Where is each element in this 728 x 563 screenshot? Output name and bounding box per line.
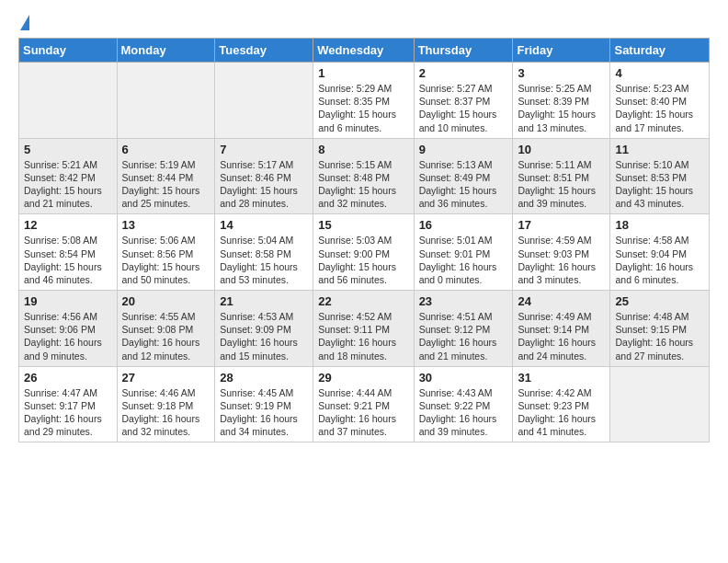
day-number: 14 bbox=[220, 218, 308, 232]
day-info: Sunrise: 5:11 AM Sunset: 8:51 PM Dayligh… bbox=[518, 158, 605, 211]
calendar-week-row: 19Sunrise: 4:56 AM Sunset: 9:06 PM Dayli… bbox=[19, 291, 710, 367]
day-info: Sunrise: 4:47 AM Sunset: 9:17 PM Dayligh… bbox=[24, 386, 112, 439]
day-info: Sunrise: 5:21 AM Sunset: 8:42 PM Dayligh… bbox=[24, 158, 112, 211]
calendar-cell: 21Sunrise: 4:53 AM Sunset: 9:09 PM Dayli… bbox=[215, 291, 313, 367]
day-number: 26 bbox=[24, 371, 112, 385]
day-number: 15 bbox=[318, 218, 408, 232]
calendar-cell: 3Sunrise: 5:25 AM Sunset: 8:39 PM Daylig… bbox=[513, 63, 610, 139]
day-number: 28 bbox=[220, 371, 308, 385]
day-info: Sunrise: 5:01 AM Sunset: 9:01 PM Dayligh… bbox=[419, 234, 508, 286]
calendar-header-sunday: Sunday bbox=[19, 39, 118, 63]
day-info: Sunrise: 5:29 AM Sunset: 8:35 PM Dayligh… bbox=[318, 82, 408, 134]
calendar-cell bbox=[19, 63, 118, 139]
day-info: Sunrise: 5:03 AM Sunset: 9:00 PM Dayligh… bbox=[318, 234, 408, 286]
day-info: Sunrise: 5:08 AM Sunset: 8:54 PM Dayligh… bbox=[24, 234, 112, 286]
calendar-cell: 12Sunrise: 5:08 AM Sunset: 8:54 PM Dayli… bbox=[19, 214, 118, 291]
logo bbox=[18, 15, 29, 30]
calendar-cell: 30Sunrise: 4:43 AM Sunset: 9:22 PM Dayli… bbox=[414, 366, 513, 442]
calendar-cell: 7Sunrise: 5:17 AM Sunset: 8:46 PM Daylig… bbox=[215, 138, 313, 214]
day-number: 4 bbox=[615, 66, 704, 80]
day-info: Sunrise: 5:19 AM Sunset: 8:44 PM Dayligh… bbox=[122, 158, 210, 211]
day-number: 21 bbox=[220, 294, 308, 308]
day-info: Sunrise: 5:06 AM Sunset: 8:56 PM Dayligh… bbox=[122, 234, 210, 286]
calendar-cell: 20Sunrise: 4:55 AM Sunset: 9:08 PM Dayli… bbox=[117, 291, 215, 367]
calendar-cell: 24Sunrise: 4:49 AM Sunset: 9:14 PM Dayli… bbox=[513, 291, 610, 367]
calendar-table: SundayMondayTuesdayWednesdayThursdayFrid… bbox=[18, 38, 710, 442]
calendar-cell: 6Sunrise: 5:19 AM Sunset: 8:44 PM Daylig… bbox=[117, 138, 215, 214]
day-info: Sunrise: 4:58 AM Sunset: 9:04 PM Dayligh… bbox=[615, 234, 704, 286]
calendar-cell: 11Sunrise: 5:10 AM Sunset: 8:53 PM Dayli… bbox=[610, 138, 710, 214]
day-number: 8 bbox=[318, 143, 408, 156]
day-info: Sunrise: 4:59 AM Sunset: 9:03 PM Dayligh… bbox=[518, 234, 605, 286]
calendar-cell: 28Sunrise: 4:45 AM Sunset: 9:19 PM Dayli… bbox=[215, 366, 313, 442]
calendar-cell bbox=[610, 366, 710, 442]
calendar-cell: 14Sunrise: 5:04 AM Sunset: 8:58 PM Dayli… bbox=[215, 214, 313, 291]
calendar-cell: 26Sunrise: 4:47 AM Sunset: 9:17 PM Dayli… bbox=[19, 366, 118, 442]
calendar-week-row: 12Sunrise: 5:08 AM Sunset: 8:54 PM Dayli… bbox=[19, 214, 710, 291]
day-number: 22 bbox=[318, 294, 408, 308]
day-info: Sunrise: 5:13 AM Sunset: 8:49 PM Dayligh… bbox=[419, 158, 508, 211]
day-number: 23 bbox=[419, 294, 508, 308]
logo-triangle-icon bbox=[20, 15, 29, 30]
day-number: 1 bbox=[318, 66, 408, 80]
day-number: 31 bbox=[518, 371, 605, 385]
header bbox=[18, 15, 710, 30]
calendar-cell: 15Sunrise: 5:03 AM Sunset: 9:00 PM Dayli… bbox=[313, 214, 414, 291]
day-info: Sunrise: 4:44 AM Sunset: 9:21 PM Dayligh… bbox=[318, 386, 408, 439]
day-info: Sunrise: 4:49 AM Sunset: 9:14 PM Dayligh… bbox=[518, 310, 605, 362]
calendar-cell: 13Sunrise: 5:06 AM Sunset: 8:56 PM Dayli… bbox=[117, 214, 215, 291]
day-info: Sunrise: 4:45 AM Sunset: 9:19 PM Dayligh… bbox=[220, 386, 308, 439]
calendar-week-row: 26Sunrise: 4:47 AM Sunset: 9:17 PM Dayli… bbox=[19, 366, 710, 442]
calendar-cell: 19Sunrise: 4:56 AM Sunset: 9:06 PM Dayli… bbox=[19, 291, 118, 367]
calendar-header-row: SundayMondayTuesdayWednesdayThursdayFrid… bbox=[19, 39, 710, 63]
calendar-cell: 31Sunrise: 4:42 AM Sunset: 9:23 PM Dayli… bbox=[513, 366, 610, 442]
day-number: 13 bbox=[122, 218, 210, 232]
day-number: 7 bbox=[220, 143, 308, 156]
day-info: Sunrise: 4:53 AM Sunset: 9:09 PM Dayligh… bbox=[220, 310, 308, 362]
calendar-week-row: 1Sunrise: 5:29 AM Sunset: 8:35 PM Daylig… bbox=[19, 63, 710, 139]
day-info: Sunrise: 5:23 AM Sunset: 8:40 PM Dayligh… bbox=[615, 82, 704, 134]
day-info: Sunrise: 5:04 AM Sunset: 8:58 PM Dayligh… bbox=[220, 234, 308, 286]
day-info: Sunrise: 5:17 AM Sunset: 8:46 PM Dayligh… bbox=[220, 158, 308, 211]
day-info: Sunrise: 4:48 AM Sunset: 9:15 PM Dayligh… bbox=[615, 310, 704, 362]
day-info: Sunrise: 4:43 AM Sunset: 9:22 PM Dayligh… bbox=[419, 386, 508, 439]
calendar-cell: 9Sunrise: 5:13 AM Sunset: 8:49 PM Daylig… bbox=[414, 138, 513, 214]
day-number: 30 bbox=[419, 371, 508, 385]
day-number: 25 bbox=[615, 294, 704, 308]
calendar-cell: 23Sunrise: 4:51 AM Sunset: 9:12 PM Dayli… bbox=[414, 291, 513, 367]
day-number: 27 bbox=[122, 371, 210, 385]
day-number: 17 bbox=[518, 218, 605, 232]
calendar-header-wednesday: Wednesday bbox=[313, 39, 414, 63]
calendar-header-friday: Friday bbox=[513, 39, 610, 63]
day-number: 6 bbox=[122, 143, 210, 156]
day-info: Sunrise: 4:55 AM Sunset: 9:08 PM Dayligh… bbox=[122, 310, 210, 362]
calendar-cell: 27Sunrise: 4:46 AM Sunset: 9:18 PM Dayli… bbox=[117, 366, 215, 442]
calendar-cell: 29Sunrise: 4:44 AM Sunset: 9:21 PM Dayli… bbox=[313, 366, 414, 442]
day-info: Sunrise: 4:46 AM Sunset: 9:18 PM Dayligh… bbox=[122, 386, 210, 439]
day-info: Sunrise: 5:10 AM Sunset: 8:53 PM Dayligh… bbox=[615, 158, 704, 211]
day-info: Sunrise: 4:56 AM Sunset: 9:06 PM Dayligh… bbox=[24, 310, 112, 362]
calendar-cell bbox=[117, 63, 215, 139]
calendar-header-monday: Monday bbox=[117, 39, 215, 63]
day-number: 24 bbox=[518, 294, 605, 308]
day-number: 2 bbox=[419, 66, 508, 80]
calendar-header-thursday: Thursday bbox=[414, 39, 513, 63]
day-number: 19 bbox=[24, 294, 112, 308]
calendar-cell bbox=[215, 63, 313, 139]
calendar-cell: 22Sunrise: 4:52 AM Sunset: 9:11 PM Dayli… bbox=[313, 291, 414, 367]
day-number: 20 bbox=[122, 294, 210, 308]
calendar-cell: 18Sunrise: 4:58 AM Sunset: 9:04 PM Dayli… bbox=[610, 214, 710, 291]
day-info: Sunrise: 5:15 AM Sunset: 8:48 PM Dayligh… bbox=[318, 158, 408, 211]
day-info: Sunrise: 5:25 AM Sunset: 8:39 PM Dayligh… bbox=[518, 82, 605, 134]
day-info: Sunrise: 4:42 AM Sunset: 9:23 PM Dayligh… bbox=[518, 386, 605, 439]
calendar-cell: 10Sunrise: 5:11 AM Sunset: 8:51 PM Dayli… bbox=[513, 138, 610, 214]
day-number: 9 bbox=[419, 143, 508, 156]
calendar-cell: 2Sunrise: 5:27 AM Sunset: 8:37 PM Daylig… bbox=[414, 63, 513, 139]
day-number: 16 bbox=[419, 218, 508, 232]
day-info: Sunrise: 4:51 AM Sunset: 9:12 PM Dayligh… bbox=[419, 310, 508, 362]
calendar-cell: 8Sunrise: 5:15 AM Sunset: 8:48 PM Daylig… bbox=[313, 138, 414, 214]
calendar-cell: 1Sunrise: 5:29 AM Sunset: 8:35 PM Daylig… bbox=[313, 63, 414, 139]
day-info: Sunrise: 4:52 AM Sunset: 9:11 PM Dayligh… bbox=[318, 310, 408, 362]
day-number: 12 bbox=[24, 218, 112, 232]
day-number: 18 bbox=[615, 218, 704, 232]
